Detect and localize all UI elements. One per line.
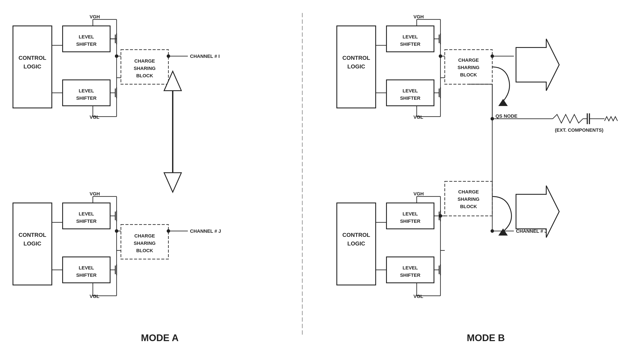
mode-a-top-csb-label: CHARGE xyxy=(134,58,155,64)
mode-a-bottom-ls1-label: LEVEL xyxy=(79,211,94,216)
svg-text:SHIFTER: SHIFTER xyxy=(400,96,420,101)
svg-text:BLOCK: BLOCK xyxy=(460,204,477,209)
svg-text:BLOCK: BLOCK xyxy=(136,73,153,78)
mode-a-arrow-down xyxy=(164,173,181,192)
svg-text:SHIFTER: SHIFTER xyxy=(76,96,96,101)
svg-text:BLOCK: BLOCK xyxy=(136,248,153,253)
mode-a-channel-i-label: CHANNEL # I xyxy=(190,54,220,59)
mode-a-top-ls1-label: LEVEL xyxy=(79,34,94,40)
svg-text:SHIFTER: SHIFTER xyxy=(76,42,96,47)
mode-a-channel-j-label: CHANNEL # J xyxy=(190,228,221,234)
mode-a-bottom-control-logic-label: CONTROL xyxy=(18,232,46,238)
mode-b-resistor xyxy=(553,114,583,123)
mode-b-top-arrow-body xyxy=(492,67,510,104)
mode-b-top-ls2-label: LEVEL xyxy=(403,88,418,94)
svg-text:BLOCK: BLOCK xyxy=(460,72,477,78)
svg-text:SHIFTER: SHIFTER xyxy=(76,218,96,224)
mode-a-top-vgh-label: VGH xyxy=(90,14,100,20)
mode-b-qs-node-label: QS NODE xyxy=(496,113,517,119)
mode-b-bottom-arrow-body xyxy=(492,196,512,233)
svg-text:SHARING: SHARING xyxy=(134,240,156,246)
mode-a-top-control-logic-label: CONTROL xyxy=(18,54,46,61)
mode-b-bottom-ls2-label: LEVEL xyxy=(403,265,418,270)
mode-b-bottom-vgl-label: VGL xyxy=(414,294,423,299)
mode-b-bottom-control-logic-label: CONTROL xyxy=(342,232,370,238)
mode-b-top-right-arrow xyxy=(516,39,559,91)
mode-b-top-vgh-label: VGH xyxy=(414,14,424,20)
svg-text:LOGIC: LOGIC xyxy=(348,240,365,247)
svg-text:SHIFTER: SHIFTER xyxy=(76,272,96,278)
mode-b-bottom-arrow-head xyxy=(499,229,508,235)
mode-a-bottom-vgh-label: VGH xyxy=(90,191,100,196)
svg-text:LOGIC: LOGIC xyxy=(348,63,365,70)
mode-b-top-ls1-label: LEVEL xyxy=(403,34,418,40)
mode-a-bottom-ls2-label: LEVEL xyxy=(79,265,94,270)
svg-text:SHIFTER: SHIFTER xyxy=(400,42,420,47)
mode-b-ext-symbol xyxy=(604,116,618,121)
mode-a-bottom-vgl-label: VGL xyxy=(90,294,99,299)
mode-b-top-arrow-head xyxy=(499,99,508,106)
mode-a-channel-i-dot xyxy=(167,54,170,58)
mode-b-bottom-csb-label: CHARGE xyxy=(458,189,479,194)
svg-text:SHIFTER: SHIFTER xyxy=(400,272,420,278)
mode-b-channel-i-dot xyxy=(490,54,494,58)
main-diagram: MODE A CONTROL LOGIC LEVEL SHIFTER LEVEL… xyxy=(0,0,638,364)
mode-b-bottom-dot1 xyxy=(439,214,442,218)
mode-b-top-csb-label: CHARGE xyxy=(458,58,479,63)
mode-a-channel-j-dot xyxy=(167,229,170,233)
diagram-container: MODE A CONTROL LOGIC LEVEL SHIFTER LEVEL… xyxy=(0,0,638,364)
mode-a-label: MODE A xyxy=(141,332,178,343)
svg-text:SHARING: SHARING xyxy=(458,196,479,202)
mode-b-label: MODE B xyxy=(467,332,505,343)
svg-text:SHARING: SHARING xyxy=(458,65,479,70)
mode-b-bottom-ls1-label: LEVEL xyxy=(403,211,418,216)
svg-text:SHIFTER: SHIFTER xyxy=(400,218,420,224)
mode-a-top-ls2-label: LEVEL xyxy=(79,88,94,94)
mode-b-top-control-logic-label: CONTROL xyxy=(342,54,370,61)
svg-text:LOGIC: LOGIC xyxy=(24,240,42,247)
mode-b-bottom-vgh-label: VGH xyxy=(414,191,424,196)
mode-a-bottom-csb-label: CHARGE xyxy=(134,233,155,238)
svg-text:SHARING: SHARING xyxy=(134,66,156,71)
svg-text:LOGIC: LOGIC xyxy=(24,63,42,70)
mode-b-ext-components-label: (EXT. COMPONENTS) xyxy=(555,128,604,133)
mode-a-top-vgl-label: VGL xyxy=(90,114,99,120)
mode-b-top-vgl-label: VGL xyxy=(414,114,423,120)
